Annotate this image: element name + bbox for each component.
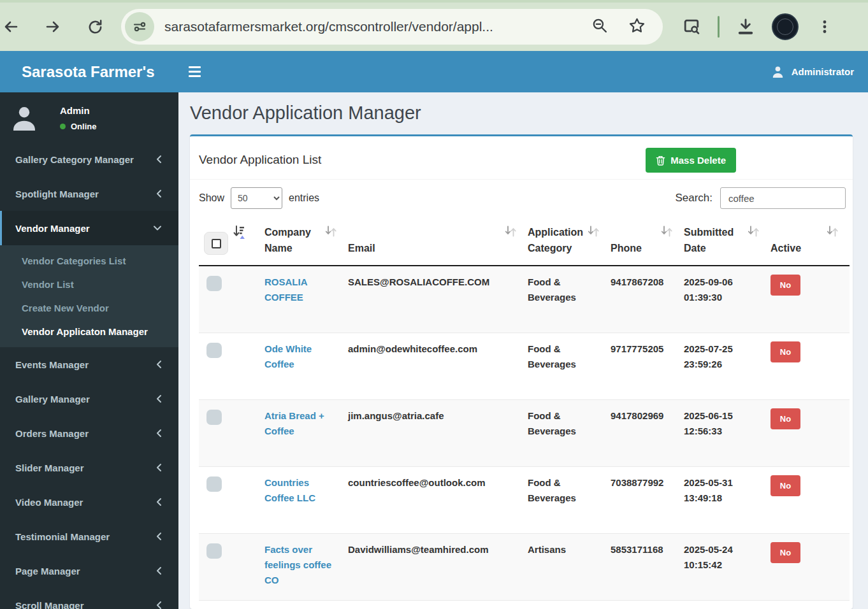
sort-arrows-icon: [660, 225, 673, 238]
sidebar-item-events-manager[interactable]: Events Manager: [0, 347, 178, 382]
browser-menu-button[interactable]: [814, 16, 835, 38]
phone-cell: 2395440127: [605, 601, 679, 609]
browser-forward-button[interactable]: [42, 16, 64, 38]
column-header-email[interactable]: Email: [343, 217, 523, 266]
tune-icon: [132, 19, 147, 34]
company-link[interactable]: Atria Bread + Coffee: [264, 410, 324, 436]
row-checkbox[interactable]: [206, 410, 222, 425]
row-checkbox[interactable]: [206, 476, 222, 492]
active-toggle-button[interactable]: No: [770, 408, 800, 429]
phone-cell: 9417867208: [605, 266, 679, 333]
company-link[interactable]: Ode White Coffee: [264, 343, 312, 369]
sidebar-item-vendor-list[interactable]: Vendor List: [0, 273, 178, 296]
vendor-application-panel: Vendor Application List Mass Delete Show…: [190, 134, 853, 609]
column-header-actions: [844, 217, 850, 266]
table-row: ROSALIA COFFEE SALES@ROSALIACOFFE.COM Fo…: [199, 266, 850, 333]
brand-logo[interactable]: Sarasota Farmer's: [0, 51, 178, 92]
admin-user-label: Administrator: [792, 66, 854, 77]
download-icon: [736, 17, 755, 36]
submitted-cell: 2025-05-1319:06:44: [679, 601, 765, 609]
user-panel: Admin Online: [0, 92, 178, 142]
page-title: Vendor Application Manager: [190, 101, 853, 124]
browser-reload-button[interactable]: [84, 16, 106, 38]
content-area: Vendor Application Manager Vendor Applic…: [178, 92, 868, 609]
category-cell: Food & Beverages: [523, 333, 605, 400]
submitted-cell: 2025-09-0601:39:30: [679, 266, 765, 333]
company-link[interactable]: Facts over feelings coffee CO: [264, 544, 331, 585]
sidebar-item-scroll-manager[interactable]: Scroll Manager: [0, 588, 178, 609]
sort-arrows-icon: [826, 225, 839, 238]
zoom-button[interactable]: [591, 17, 609, 37]
downloads-button[interactable]: [735, 16, 756, 38]
row-checkbox[interactable]: [206, 343, 222, 358]
site-settings-button[interactable]: [125, 12, 154, 41]
sidebar-item-create-new-vendor[interactable]: Create New Vendor: [0, 296, 178, 320]
sidebar-item-video-manager[interactable]: Video Manager: [0, 485, 178, 519]
email-cell: countriescoffee@outlook.com: [343, 467, 523, 534]
browser-profile-avatar[interactable]: [772, 13, 799, 40]
bookmark-button[interactable]: [628, 17, 646, 38]
category-cell: Food & Beverages: [523, 400, 605, 467]
tab-search-button[interactable]: [681, 16, 702, 38]
chevron-left-icon: [156, 429, 162, 438]
sort-arrows-icon: [587, 225, 600, 238]
top-navbar: Administrator: [178, 51, 868, 92]
active-toggle-button[interactable]: No: [770, 542, 800, 563]
submitted-cell: 2025-05-2410:15:42: [679, 534, 765, 601]
user-name: Admin: [60, 105, 96, 116]
column-header-phone[interactable]: Phone: [605, 217, 679, 266]
online-status-dot: [60, 124, 66, 129]
toolbar-separator: [718, 16, 720, 38]
table-row: Atria Bread + Coffee jim.angus@atria.caf…: [199, 400, 850, 467]
mass-delete-button[interactable]: Mass Delete: [646, 148, 736, 173]
active-toggle-button[interactable]: No: [770, 341, 800, 362]
category-cell: Food & Beverages: [523, 467, 605, 534]
browser-chrome: sarasotafarmersmarket.org/cmscontroller/…: [0, 0, 868, 51]
row-checkbox[interactable]: [206, 276, 222, 291]
active-toggle-button[interactable]: No: [770, 275, 800, 296]
sidebar-item-testimonial-manager[interactable]: Testimonial Manager: [0, 519, 178, 554]
select-all-checkbox[interactable]: [204, 232, 228, 255]
sort-arrows-icon: [504, 225, 517, 238]
sort-amount-icon: [233, 224, 247, 241]
sort-arrows-icon: [747, 225, 760, 238]
sidebar-item-gallery-manager[interactable]: Gallery Manager: [0, 382, 178, 416]
select-all-header[interactable]: [199, 217, 259, 266]
column-header-submitted-date[interactable]: Submitted Date: [679, 217, 765, 266]
row-checkbox[interactable]: [206, 543, 222, 559]
column-header-application-category[interactable]: Application Category: [523, 217, 605, 266]
sidebar-item-vendor-application-manager[interactable]: Vendor Applicaton Manager: [0, 320, 178, 343]
sidebar-item-vendor-categories-list[interactable]: Vendor Categories List: [0, 249, 178, 273]
url-bar[interactable]: sarasotafarmersmarket.org/cmscontroller/…: [121, 9, 663, 45]
sidebar-item-page-manager[interactable]: Page Manager: [0, 554, 178, 588]
browser-back-button[interactable]: [0, 16, 22, 38]
active-toggle-button[interactable]: No: [770, 475, 800, 496]
company-link[interactable]: ROSALIA COFFEE: [264, 276, 307, 303]
sidebar-item-slider-manager[interactable]: Slider Manager: [0, 450, 178, 485]
star-icon: [628, 17, 646, 35]
page-length-select[interactable]: 50: [231, 187, 282, 209]
email-cell: Davidwilliams@teamhired.com: [343, 534, 523, 601]
chevron-left-icon: [156, 601, 162, 609]
company-link[interactable]: Countries Coffee LLC: [264, 477, 315, 503]
email-cell: admin@odewhitecoffee.com: [343, 333, 523, 400]
admin-user-menu[interactable]: Administrator: [770, 64, 854, 79]
panel-title: Vendor Application List: [199, 153, 844, 167]
submitted-cell: 2025-06-1512:56:33: [679, 400, 765, 467]
column-header-company-name[interactable]: Company Name: [259, 217, 343, 266]
chevron-left-icon: [156, 463, 162, 472]
sidebar-item-vendor-manager[interactable]: Vendor Manager: [0, 211, 178, 245]
sidebar-item-spotlight-manager[interactable]: Spotlight Manager: [0, 176, 178, 211]
chevron-left-icon: [156, 360, 162, 369]
sidebar-item-orders-manager[interactable]: Orders Manager: [0, 416, 178, 450]
chevron-left-icon: [156, 189, 162, 198]
sidebar-item-gallery-category-manager[interactable]: Gallery Category Manager: [0, 142, 178, 176]
search-input[interactable]: [720, 187, 846, 209]
sidebar-toggle-button[interactable]: [189, 62, 208, 82]
table-row: Countries Coffee LLC countriescoffee@out…: [199, 467, 850, 534]
column-header-active[interactable]: Active: [765, 217, 844, 266]
phone-cell: 9417802969: [605, 400, 679, 467]
url-text[interactable]: sarasotafarmersmarket.org/cmscontroller/…: [164, 19, 591, 34]
submitted-cell: 2025-07-2523:59:26: [679, 333, 765, 400]
user-avatar-icon: [9, 103, 40, 133]
